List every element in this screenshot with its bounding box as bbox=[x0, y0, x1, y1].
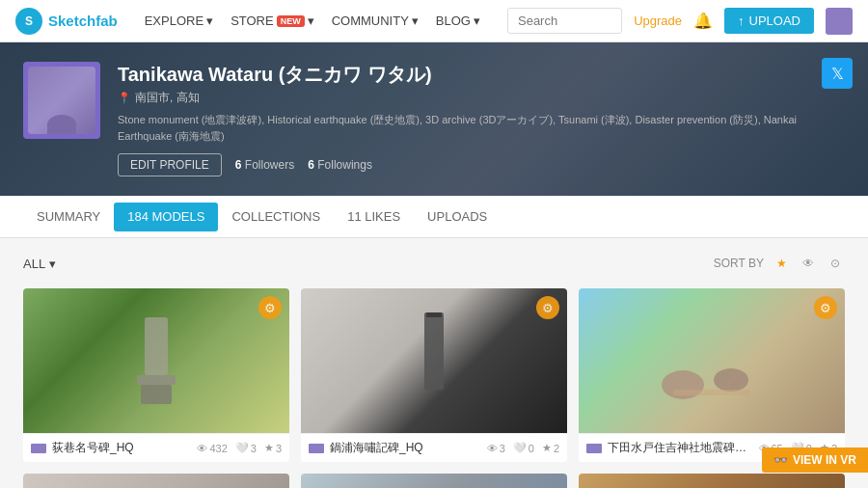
model-footer: 荻巷名号碑_HQ 👁 432 🤍 3 ★ 3 bbox=[23, 433, 289, 462]
models-grid: ⚙ 荻巷名号碑_HQ 👁 432 🤍 3 ★ 3 bbox=[23, 288, 845, 488]
chevron-down-icon: ▾ bbox=[308, 14, 314, 28]
nav-right: Upgrade 🔔 ↑ UPLOAD bbox=[634, 8, 853, 35]
logo-icon: S bbox=[15, 8, 42, 35]
content-toolbar: ALL ▾ SORT BY ★ 👁 ⊙ bbox=[23, 254, 845, 273]
content-area: ALL ▾ SORT BY ★ 👁 ⊙ ⚙ bbox=[0, 238, 868, 488]
like-stat: 🤍 0 bbox=[513, 442, 534, 454]
nav-explore[interactable]: EXPLORE ▾ bbox=[137, 10, 221, 32]
thumb-bg bbox=[579, 474, 845, 488]
profile-avatar bbox=[23, 62, 100, 139]
tab-likes[interactable]: 11 LIKES bbox=[334, 196, 414, 238]
logo[interactable]: S Sketchfab bbox=[15, 8, 118, 35]
svg-rect-4 bbox=[426, 312, 442, 317]
model-thumbnail bbox=[23, 474, 289, 488]
view-stat: 👁 3 bbox=[487, 443, 505, 454]
star-stat: ★ 2 bbox=[542, 442, 559, 454]
model-footer: 鍋浦海嘯記碑_HQ 👁 3 🤍 0 ★ 2 bbox=[301, 433, 567, 462]
model-title: 下田水戸住吉神社地震碑_HQ bbox=[608, 440, 753, 456]
sort-by: SORT BY ★ 👁 ⊙ bbox=[714, 254, 845, 273]
profile-location: 📍 南国市, 高知 bbox=[118, 90, 845, 106]
sort-date-icon[interactable]: ⊙ bbox=[826, 254, 845, 273]
model-icon bbox=[309, 444, 324, 453]
model-card[interactable]: 石像6 👁 55 🤍 2 ★ 0 bbox=[579, 474, 845, 488]
model-thumbnail: ⚙ bbox=[23, 288, 289, 433]
svg-rect-7 bbox=[673, 390, 750, 395]
model-settings-button[interactable]: ⚙ bbox=[814, 296, 837, 319]
tab-uploads[interactable]: UPLOADS bbox=[414, 196, 501, 238]
search-container bbox=[507, 8, 622, 34]
thumb-bg bbox=[301, 288, 567, 433]
thumb-bg bbox=[23, 288, 289, 433]
model-icon bbox=[586, 444, 602, 453]
profile-info: Tanikawa Wataru (タニカワ ワタル) 📍 南国市, 高知 Sto… bbox=[118, 62, 845, 176]
eye-icon: 👁 bbox=[197, 443, 207, 454]
like-stat: 🤍 3 bbox=[235, 442, 257, 454]
navbar: S Sketchfab EXPLORE ▾ STORE NEW ▾ COMMUN… bbox=[0, 0, 868, 42]
model-settings-button[interactable]: ⚙ bbox=[536, 296, 559, 319]
logo-text: Sketchfab bbox=[48, 13, 118, 29]
like-icon: 🤍 bbox=[513, 442, 527, 454]
svg-point-6 bbox=[714, 368, 748, 392]
model-thumbnail: ⚙ bbox=[579, 288, 845, 433]
model-card[interactable]: ⚙ 鍋浦海嘯記碑_HQ 👁 3 🤍 0 ★ 2 bbox=[301, 288, 567, 462]
sort-views-icon[interactable]: 👁 bbox=[799, 254, 818, 273]
search-input[interactable] bbox=[507, 8, 622, 34]
model-card[interactable]: ⚙ 荻巷名号碑_HQ 👁 432 🤍 3 ★ 3 bbox=[23, 288, 289, 462]
model-title: 鍋浦海嘯記碑_HQ bbox=[330, 440, 481, 456]
nav-community[interactable]: COMMUNITY ▾ bbox=[324, 10, 426, 32]
model-stats: 👁 3 🤍 0 ★ 2 bbox=[487, 442, 559, 454]
star-icon: ★ bbox=[542, 442, 552, 454]
model-card[interactable]: 石像5 👁 88 🤍 0 ★ 1 bbox=[301, 474, 567, 488]
edit-profile-button[interactable]: EDIT PROFILE bbox=[118, 153, 222, 176]
model-thumbnail: ⚙ bbox=[301, 288, 567, 433]
model-icon bbox=[31, 444, 46, 453]
tab-collections[interactable]: COLLECTIONS bbox=[218, 196, 334, 238]
chevron-down-icon: ▾ bbox=[412, 14, 419, 28]
nav-blog[interactable]: BLOG ▾ bbox=[428, 10, 488, 32]
model-thumbnail bbox=[579, 474, 845, 488]
profile-header: Tanikawa Wataru (タニカワ ワタル) 📍 南国市, 高知 Sto… bbox=[0, 42, 868, 196]
tab-models[interactable]: 184 MODELS bbox=[114, 203, 218, 231]
location-icon: 📍 bbox=[118, 92, 131, 104]
star-stat: ★ 3 bbox=[264, 442, 282, 454]
model-card[interactable]: ⚙ 下田水戸住吉神社地震碑_HQ 👁 65 🤍 0 ★ 2 bbox=[579, 288, 845, 462]
bell-icon[interactable]: 🔔 bbox=[693, 12, 713, 30]
model-stats: 👁 432 🤍 3 ★ 3 bbox=[197, 442, 282, 454]
star-icon: ★ bbox=[264, 442, 274, 454]
profile-tags: Stone monument (地震津波碑), Historical earth… bbox=[118, 112, 845, 144]
store-badge: NEW bbox=[277, 15, 305, 27]
model-card[interactable]: 石像4 👁 120 🤍 1 ★ 1 bbox=[23, 474, 289, 488]
profile-name: Tanikawa Wataru (タニカワ ワタル) bbox=[118, 62, 845, 88]
svg-rect-1 bbox=[137, 375, 176, 385]
tab-summary[interactable]: SUMMARY bbox=[23, 196, 114, 238]
svg-rect-2 bbox=[141, 385, 172, 404]
thumb-bg bbox=[301, 474, 567, 488]
chevron-down-icon: ▾ bbox=[206, 14, 213, 28]
tabs-bar: SUMMARY 184 MODELS COLLECTIONS 11 LIKES … bbox=[0, 196, 868, 238]
profile-actions: EDIT PROFILE 6 Followers 6 Followings bbox=[118, 153, 845, 176]
like-icon: 🤍 bbox=[235, 442, 249, 454]
model-settings-button[interactable]: ⚙ bbox=[258, 296, 282, 319]
twitter-button[interactable]: 𝕏 bbox=[822, 58, 853, 89]
upload-button[interactable]: ↑ UPLOAD bbox=[724, 8, 814, 34]
model-thumbnail bbox=[301, 474, 567, 488]
followings-stat: 6 Followings bbox=[308, 158, 372, 172]
user-avatar[interactable] bbox=[826, 8, 853, 35]
nav-links: EXPLORE ▾ STORE NEW ▾ COMMUNITY ▾ BLOG ▾ bbox=[137, 10, 488, 32]
avatar-bust bbox=[28, 67, 95, 134]
view-in-vr-button[interactable]: 👓 VIEW IN VR bbox=[762, 447, 868, 473]
view-stat: 👁 432 bbox=[197, 443, 227, 454]
all-filter[interactable]: ALL ▾ bbox=[23, 257, 56, 271]
model-title: 荻巷名号碑_HQ bbox=[52, 440, 191, 456]
thumb-bg bbox=[579, 288, 845, 433]
filter-arrow-icon: ▾ bbox=[49, 257, 56, 271]
svg-rect-0 bbox=[145, 317, 168, 375]
svg-rect-3 bbox=[424, 312, 444, 390]
thumb-bg bbox=[23, 474, 289, 488]
chevron-down-icon: ▾ bbox=[474, 14, 480, 28]
vr-icon: 👓 bbox=[773, 453, 788, 467]
nav-store[interactable]: STORE NEW ▾ bbox=[223, 10, 322, 32]
upgrade-link[interactable]: Upgrade bbox=[634, 14, 682, 28]
sort-star-icon[interactable]: ★ bbox=[772, 254, 791, 273]
upload-arrow-icon: ↑ bbox=[738, 14, 745, 28]
